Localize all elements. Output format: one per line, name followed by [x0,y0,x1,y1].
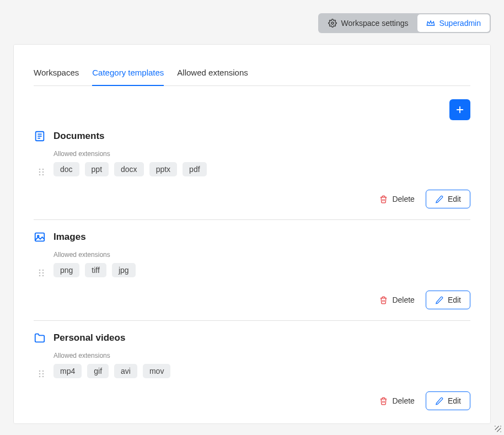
extension-chip: doc [53,162,79,176]
category-item: Personal videos Allowed extensions mp4gi… [34,332,470,421]
extensions-row: pngtiffjpg [53,263,470,277]
gear-icon [328,19,337,28]
svg-point-17 [39,272,41,274]
svg-point-0 [331,22,334,24]
header-toggle: Workspace settings Superadmin [318,13,491,33]
svg-point-8 [42,169,44,170]
workspace-settings-label: Workspace settings [341,19,409,28]
extension-chip: avi [114,364,137,378]
delete-label: Delete [392,195,414,203]
trash-icon [379,397,388,405]
svg-point-15 [39,270,41,271]
category-header: Images [34,231,470,243]
trash-icon [379,296,388,304]
extension-chip: mov [143,364,170,378]
add-category-button[interactable] [449,99,470,120]
extension-chip: png [53,263,79,277]
svg-point-16 [42,270,44,271]
drag-handle-icon [38,168,45,176]
edit-label: Edit [448,296,461,304]
drag-handle[interactable] [38,168,45,179]
tab-category-templates[interactable]: Category templates [92,62,164,86]
svg-point-12 [42,174,44,176]
tab-workspaces[interactable]: Workspaces [34,62,79,86]
folder-icon [34,332,46,344]
plus-icon [455,105,465,115]
category-body: Allowed extensions docpptdocxpptxpdf Del… [34,150,470,208]
delete-label: Delete [392,296,414,304]
category-actions: Delete Edit [53,291,470,309]
svg-point-21 [39,370,41,372]
extension-chip: pdf [183,162,206,176]
svg-point-10 [42,171,44,173]
crown-icon [426,19,435,28]
svg-point-26 [42,376,44,378]
resize-handle-icon[interactable] [494,425,502,433]
add-row [34,99,470,120]
delete-button[interactable]: Delete [376,392,417,410]
edit-label: Edit [448,396,461,405]
svg-point-11 [39,174,41,176]
document-icon [34,130,46,142]
trash-icon [379,195,388,203]
svg-point-25 [39,376,41,378]
allowed-extensions-label: Allowed extensions [53,150,470,158]
svg-point-23 [39,373,41,375]
category-item: Documents Allowed extensions docpptdocxp… [34,130,470,220]
extensions-row: mp4gifavimov [53,364,470,378]
svg-point-9 [39,171,41,173]
category-header: Personal videos [34,332,470,344]
category-header: Documents [34,130,470,142]
allowed-extensions-label: Allowed extensions [53,251,470,259]
pencil-icon [435,195,443,203]
superadmin-label: Superadmin [439,19,481,28]
category-title: Personal videos [53,332,125,343]
delete-label: Delete [392,396,414,405]
extension-chip: tiff [85,263,106,277]
extensions-row: docpptdocxpptxpdf [53,162,470,176]
edit-button[interactable]: Edit [426,190,470,208]
allowed-extensions-label: Allowed extensions [53,352,470,359]
image-icon [34,231,46,243]
main-card: Workspaces Category templates Allowed ex… [13,44,491,424]
svg-point-22 [42,370,44,372]
category-actions: Delete Edit [53,190,470,208]
extension-chip: docx [114,162,144,176]
edit-button[interactable]: Edit [426,391,470,410]
extension-chip: jpg [112,263,136,277]
extension-chip: ppt [85,162,109,176]
superadmin-button[interactable]: Superadmin [417,14,490,32]
tab-allowed-extensions[interactable]: Allowed extensions [177,62,248,86]
pencil-icon [435,397,443,405]
category-body: Allowed extensions mp4gifavimov Delete E… [34,352,470,410]
category-title: Documents [53,131,105,142]
svg-point-18 [42,272,44,274]
delete-button[interactable]: Delete [376,291,417,309]
svg-point-24 [42,373,44,375]
tabs: Workspaces Category templates Allowed ex… [34,62,470,86]
extension-chip: gif [87,364,109,378]
category-body: Allowed extensions pngtiffjpg Delete Edi… [34,251,470,309]
svg-point-19 [39,275,41,277]
pencil-icon [435,296,443,304]
drag-handle[interactable] [38,369,45,380]
svg-point-7 [39,169,41,170]
category-item: Images Allowed extensions pngtiffjpg Del… [34,231,470,321]
drag-handle-icon [38,268,45,277]
delete-button[interactable]: Delete [376,190,417,208]
extension-chip: mp4 [53,364,82,378]
drag-handle[interactable] [38,268,45,280]
svg-point-20 [42,275,44,277]
extension-chip: pptx [149,162,177,176]
category-actions: Delete Edit [53,391,470,410]
drag-handle-icon [38,369,45,378]
edit-button[interactable]: Edit [426,291,470,309]
category-title: Images [53,232,86,243]
edit-label: Edit [448,195,461,203]
workspace-settings-button[interactable]: Workspace settings [319,14,417,32]
